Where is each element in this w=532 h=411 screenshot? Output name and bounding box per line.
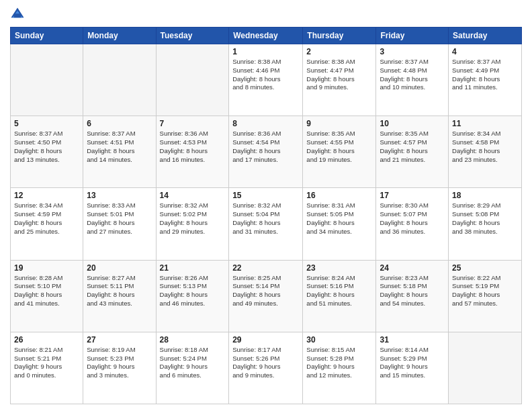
- day-info: Sunrise: 8:37 AM Sunset: 4:49 PM Dayligh…: [452, 58, 518, 92]
- day-number: 20: [87, 263, 152, 273]
- day-info: Sunrise: 8:37 AM Sunset: 4:48 PM Dayligh…: [380, 58, 445, 92]
- week-row-2: 5Sunrise: 8:37 AM Sunset: 4:50 PM Daylig…: [11, 116, 522, 188]
- calendar-cell: [11, 44, 83, 116]
- calendar-cell: 25Sunrise: 8:22 AM Sunset: 5:19 PM Dayli…: [449, 260, 522, 332]
- day-number: 25: [452, 263, 518, 273]
- day-info: Sunrise: 8:31 AM Sunset: 5:05 PM Dayligh…: [306, 201, 372, 236]
- calendar-cell: [449, 332, 522, 404]
- calendar-cell: 6Sunrise: 8:37 AM Sunset: 4:51 PM Daylig…: [83, 116, 156, 188]
- calendar-cell: 27Sunrise: 8:19 AM Sunset: 5:23 PM Dayli…: [83, 332, 156, 404]
- calendar-cell: 21Sunrise: 8:26 AM Sunset: 5:13 PM Dayli…: [156, 260, 229, 332]
- day-number: 5: [14, 119, 79, 128]
- week-row-1: 1Sunrise: 8:38 AM Sunset: 4:46 PM Daylig…: [11, 44, 522, 116]
- day-info: Sunrise: 8:33 AM Sunset: 5:01 PM Dayligh…: [87, 201, 152, 236]
- day-number: 18: [452, 191, 518, 200]
- day-number: 3: [380, 47, 445, 56]
- calendar-cell: 11Sunrise: 8:34 AM Sunset: 4:58 PM Dayli…: [449, 116, 522, 188]
- day-number: 27: [87, 335, 152, 345]
- day-info: Sunrise: 8:37 AM Sunset: 4:51 PM Dayligh…: [87, 130, 152, 164]
- calendar-cell: 15Sunrise: 8:32 AM Sunset: 5:04 PM Dayli…: [229, 188, 303, 260]
- calendar-cell: 20Sunrise: 8:27 AM Sunset: 5:11 PM Dayli…: [83, 260, 156, 332]
- week-row-3: 12Sunrise: 8:34 AM Sunset: 4:59 PM Dayli…: [11, 188, 522, 260]
- day-info: Sunrise: 8:18 AM Sunset: 5:24 PM Dayligh…: [160, 346, 226, 380]
- day-number: 13: [87, 191, 152, 200]
- day-number: 11: [452, 119, 518, 128]
- day-number: 16: [306, 191, 372, 200]
- day-number: 24: [380, 263, 445, 273]
- day-number: 19: [14, 263, 79, 273]
- calendar-cell: [156, 44, 229, 116]
- day-info: Sunrise: 8:38 AM Sunset: 4:46 PM Dayligh…: [232, 58, 299, 92]
- weekday-sunday: Sunday: [11, 28, 83, 44]
- calendar-cell: 7Sunrise: 8:36 AM Sunset: 4:53 PM Daylig…: [156, 116, 229, 188]
- day-number: 7: [160, 119, 226, 128]
- day-number: 6: [87, 119, 152, 128]
- day-info: Sunrise: 8:36 AM Sunset: 4:54 PM Dayligh…: [232, 130, 299, 164]
- weekday-saturday: Saturday: [449, 28, 522, 44]
- calendar-cell: 14Sunrise: 8:32 AM Sunset: 5:02 PM Dayli…: [156, 188, 229, 260]
- day-number: 31: [380, 335, 445, 345]
- day-info: Sunrise: 8:23 AM Sunset: 5:18 PM Dayligh…: [380, 274, 445, 308]
- day-number: 17: [380, 191, 445, 200]
- day-info: Sunrise: 8:35 AM Sunset: 4:57 PM Dayligh…: [380, 130, 445, 164]
- day-info: Sunrise: 8:19 AM Sunset: 5:23 PM Dayligh…: [87, 346, 152, 380]
- weekday-header-row: SundayMondayTuesdayWednesdayThursdayFrid…: [11, 28, 522, 44]
- day-number: 30: [306, 335, 372, 345]
- day-info: Sunrise: 8:21 AM Sunset: 5:21 PM Dayligh…: [14, 346, 79, 380]
- weekday-friday: Friday: [376, 28, 449, 44]
- weekday-monday: Monday: [83, 28, 156, 44]
- day-info: Sunrise: 8:32 AM Sunset: 5:04 PM Dayligh…: [232, 201, 299, 236]
- calendar-table: SundayMondayTuesdayWednesdayThursdayFrid…: [10, 27, 522, 404]
- day-number: 1: [232, 47, 299, 56]
- day-info: Sunrise: 8:29 AM Sunset: 5:08 PM Dayligh…: [452, 201, 518, 236]
- day-info: Sunrise: 8:27 AM Sunset: 5:11 PM Dayligh…: [87, 274, 152, 308]
- day-info: Sunrise: 8:26 AM Sunset: 5:13 PM Dayligh…: [160, 274, 226, 308]
- day-number: 12: [14, 191, 79, 200]
- day-number: 4: [452, 47, 518, 56]
- day-number: 23: [306, 263, 372, 273]
- header: [10, 7, 522, 21]
- day-info: Sunrise: 8:24 AM Sunset: 5:16 PM Dayligh…: [306, 274, 372, 308]
- weekday-thursday: Thursday: [303, 28, 376, 44]
- day-info: Sunrise: 8:38 AM Sunset: 4:47 PM Dayligh…: [306, 58, 372, 92]
- day-number: 26: [14, 335, 79, 345]
- day-info: Sunrise: 8:32 AM Sunset: 5:02 PM Dayligh…: [160, 201, 226, 236]
- calendar-cell: 22Sunrise: 8:25 AM Sunset: 5:14 PM Dayli…: [229, 260, 303, 332]
- calendar-cell: 10Sunrise: 8:35 AM Sunset: 4:57 PM Dayli…: [376, 116, 449, 188]
- page: SundayMondayTuesdayWednesdayThursdayFrid…: [0, 0, 532, 411]
- day-info: Sunrise: 8:35 AM Sunset: 4:55 PM Dayligh…: [306, 130, 372, 164]
- calendar-cell: 1Sunrise: 8:38 AM Sunset: 4:46 PM Daylig…: [229, 44, 303, 116]
- day-number: 14: [160, 191, 226, 200]
- day-info: Sunrise: 8:34 AM Sunset: 4:58 PM Dayligh…: [452, 130, 518, 164]
- calendar-cell: 26Sunrise: 8:21 AM Sunset: 5:21 PM Dayli…: [11, 332, 83, 404]
- day-info: Sunrise: 8:25 AM Sunset: 5:14 PM Dayligh…: [232, 274, 299, 308]
- calendar-cell: 5Sunrise: 8:37 AM Sunset: 4:50 PM Daylig…: [11, 116, 83, 188]
- day-info: Sunrise: 8:36 AM Sunset: 4:53 PM Dayligh…: [160, 130, 226, 164]
- calendar-cell: [83, 44, 156, 116]
- calendar-cell: 13Sunrise: 8:33 AM Sunset: 5:01 PM Dayli…: [83, 188, 156, 260]
- calendar-cell: 4Sunrise: 8:37 AM Sunset: 4:49 PM Daylig…: [449, 44, 522, 116]
- day-number: 21: [160, 263, 226, 273]
- day-info: Sunrise: 8:14 AM Sunset: 5:29 PM Dayligh…: [380, 346, 445, 380]
- weekday-wednesday: Wednesday: [229, 28, 303, 44]
- day-number: 2: [306, 47, 372, 56]
- week-row-5: 26Sunrise: 8:21 AM Sunset: 5:21 PM Dayli…: [11, 332, 522, 404]
- calendar-cell: 19Sunrise: 8:28 AM Sunset: 5:10 PM Dayli…: [11, 260, 83, 332]
- calendar-cell: 9Sunrise: 8:35 AM Sunset: 4:55 PM Daylig…: [303, 116, 376, 188]
- day-info: Sunrise: 8:17 AM Sunset: 5:26 PM Dayligh…: [232, 346, 299, 380]
- calendar-cell: 29Sunrise: 8:17 AM Sunset: 5:26 PM Dayli…: [229, 332, 303, 404]
- calendar-cell: 18Sunrise: 8:29 AM Sunset: 5:08 PM Dayli…: [449, 188, 522, 260]
- day-number: 8: [232, 119, 299, 128]
- logo-icon: [10, 7, 25, 21]
- calendar-cell: 28Sunrise: 8:18 AM Sunset: 5:24 PM Dayli…: [156, 332, 229, 404]
- day-info: Sunrise: 8:28 AM Sunset: 5:10 PM Dayligh…: [14, 274, 79, 308]
- day-info: Sunrise: 8:34 AM Sunset: 4:59 PM Dayligh…: [14, 201, 79, 236]
- day-info: Sunrise: 8:22 AM Sunset: 5:19 PM Dayligh…: [452, 274, 518, 308]
- day-number: 29: [232, 335, 299, 345]
- calendar-cell: 30Sunrise: 8:15 AM Sunset: 5:28 PM Dayli…: [303, 332, 376, 404]
- day-info: Sunrise: 8:30 AM Sunset: 5:07 PM Dayligh…: [380, 201, 445, 236]
- calendar-cell: 2Sunrise: 8:38 AM Sunset: 4:47 PM Daylig…: [303, 44, 376, 116]
- day-number: 28: [160, 335, 226, 345]
- calendar-cell: 31Sunrise: 8:14 AM Sunset: 5:29 PM Dayli…: [376, 332, 449, 404]
- calendar-cell: 23Sunrise: 8:24 AM Sunset: 5:16 PM Dayli…: [303, 260, 376, 332]
